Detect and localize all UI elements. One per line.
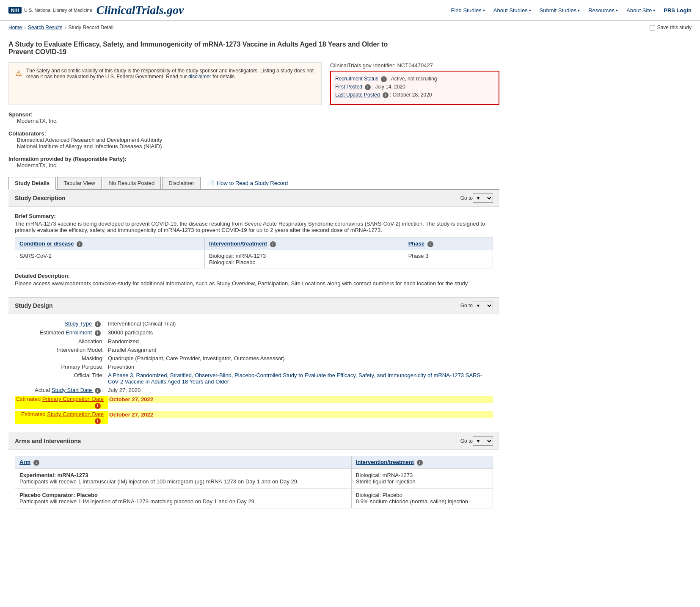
nav-about-site[interactable]: About Site ▾: [626, 7, 655, 14]
recruitment-status-link[interactable]: Recruitment Status i: [335, 76, 387, 82]
chevron-down-icon: ▾: [529, 8, 531, 13]
site-header: NIH U.S. National Library of Medicine Cl…: [0, 0, 700, 21]
enrollment-link[interactable]: Enrollment i: [66, 329, 101, 336]
status-panel: Recruitment Status i : Active, not recru…: [330, 71, 499, 105]
goto-select-3[interactable]: ▾: [473, 436, 493, 446]
design-label-start-date: Actual Study Start Date i :: [15, 387, 108, 394]
study-start-date-link[interactable]: Study Start Date i: [52, 387, 101, 393]
info-icon-intervention-2[interactable]: i: [417, 460, 423, 466]
nav-find-studies[interactable]: Find Studies ▾: [451, 7, 485, 14]
save-study-label: Save this study: [657, 25, 692, 30]
intervention-header-link[interactable]: Intervention/treatment: [356, 459, 414, 465]
info-icon-enrollment[interactable]: i: [95, 330, 101, 336]
study-completion-link[interactable]: Study Completion Date i: [47, 411, 104, 424]
nih-text: U.S. National Library of Medicine: [24, 8, 92, 13]
arm-col-header: Arm i: [15, 456, 352, 469]
collaborators-row: Collaborators: Biomedical Advanced Resea…: [8, 130, 499, 149]
info-provider-row: Information provided by (Responsible Par…: [8, 156, 499, 168]
breadcrumb-search-results[interactable]: Search Results: [28, 25, 62, 30]
info-icon-study-completion[interactable]: i: [95, 418, 101, 424]
tab-how-to-read[interactable]: 📄 How to Read a Study Record: [202, 177, 294, 189]
goto-label-2: Go to: [460, 303, 473, 309]
goto-label-3: Go to: [460, 438, 473, 444]
study-design-header: Study Design Go to ▾: [8, 297, 499, 314]
design-value-allocation: Randomized: [108, 338, 493, 345]
intervention-col-header-2: Intervention/treatment i: [351, 456, 493, 469]
arm-cell-2: Placebo Comparator: Placebo Participants…: [15, 488, 352, 508]
design-label-study-type: Study Type i :: [15, 320, 108, 327]
nav-resources[interactable]: Resources ▾: [588, 7, 618, 14]
info-icon-phase[interactable]: i: [427, 241, 433, 247]
tab-no-results-posted[interactable]: No Results Posted: [103, 177, 161, 189]
warning-text: The safety and scientific validity of th…: [26, 68, 315, 80]
header-branding: NIH U.S. National Library of Medicine Cl…: [8, 3, 184, 17]
breadcrumb-sep-1: ›: [24, 25, 26, 30]
tab-study-details[interactable]: Study Details: [8, 177, 56, 190]
arm-header-link[interactable]: Arm: [19, 459, 30, 465]
identifier-box: ClinicalTrials.gov Identifier: NCT044704…: [330, 62, 499, 105]
goto-study-description: Go to ▾: [460, 193, 493, 203]
design-value-masking: Quadruple (Participant, Care Provider, I…: [108, 355, 493, 361]
arm-cell-1: Experimental: mRNA-1273 Participants wil…: [15, 469, 352, 488]
design-row-primary-purpose: Primary Purpose: Prevention: [15, 364, 493, 370]
phase-link[interactable]: Phase: [408, 240, 424, 247]
condition-link[interactable]: Condition or disease: [19, 240, 74, 247]
design-row-intervention-model: Intervention Model: Parallel Assignment: [15, 347, 493, 353]
info-value: ModernaTX, Inc.: [8, 162, 499, 168]
chevron-down-icon: ▾: [653, 8, 655, 13]
condition-cell: SARS-CoV-2: [15, 250, 205, 268]
info-icon-3[interactable]: i: [383, 92, 389, 98]
design-row-official-title: Official Title: A Phase 3, Randomized, S…: [15, 372, 493, 385]
design-value-study-type: Interventional (Clinical Trial): [108, 320, 493, 327]
design-value-start-date: July 27, 2020: [108, 387, 493, 393]
info-icon-2[interactable]: i: [365, 84, 371, 90]
study-description-header: Study Description Go to ▾: [8, 190, 499, 207]
goto-select-1[interactable]: ▾: [473, 193, 493, 203]
goto-arms: Go to ▾: [460, 436, 493, 446]
phase-cell: Phase 3: [404, 250, 493, 268]
identifier-header: ClinicalTrials.gov Identifier: NCT044704…: [330, 62, 499, 69]
last-update-value: : October 28, 2020: [390, 92, 432, 98]
study-design-title: Study Design: [15, 302, 52, 309]
info-label: Information provided by (Responsible Par…: [8, 156, 127, 162]
breadcrumb-home[interactable]: Home: [8, 25, 22, 30]
info-icon-condition[interactable]: i: [77, 241, 83, 247]
intervention-cell: Biological: mRNA-1273 Biological: Placeb…: [204, 250, 404, 268]
design-value-enrollment: 30000 participants: [108, 329, 493, 336]
arm-row-2: Placebo Comparator: Placebo Participants…: [15, 488, 493, 508]
nav-prs-login[interactable]: PRS Login: [664, 7, 692, 14]
arms-content: Arm i Intervention/treatment i Experimen…: [8, 454, 499, 515]
design-label-intervention-model: Intervention Model:: [15, 347, 108, 353]
primary-completion-link[interactable]: Primary Completion Date i: [42, 396, 104, 408]
info-icon-arm[interactable]: i: [33, 460, 39, 466]
save-study-checkbox[interactable]: [650, 25, 655, 30]
arms-table: Arm i Intervention/treatment i Experimen…: [15, 456, 493, 508]
info-icon-intervention[interactable]: i: [270, 241, 276, 247]
intervention-link[interactable]: Intervention/treatment: [209, 240, 267, 247]
design-row-study-completion: Estimated Study Completion Date i : Octo…: [15, 411, 493, 424]
disclaimer-link[interactable]: disclaimer: [188, 74, 211, 80]
info-icon-start-date[interactable]: i: [95, 388, 101, 394]
nav-about-studies[interactable]: About Studies ▾: [493, 7, 531, 14]
design-label-primary-completion: Estimated Primary Completion Date i :: [15, 396, 108, 409]
goto-select-2[interactable]: ▾: [473, 301, 493, 310]
design-value-study-completion: October 27, 2022: [108, 411, 493, 418]
intervention-cell-2: Biological: Placebo 0.9% sodium chloride…: [351, 488, 493, 508]
site-title[interactable]: ClinicalTrials.gov: [96, 3, 184, 17]
arms-interventions-title: Arms and Interventions: [15, 438, 81, 444]
info-icon-primary-completion[interactable]: i: [95, 403, 101, 409]
tab-tabular-view[interactable]: Tabular View: [57, 177, 101, 189]
arm-title-2: Placebo Comparator: Placebo: [19, 492, 347, 498]
intervention-desc-2: 0.9% sodium chloride (normal saline) inj…: [356, 498, 488, 505]
tab-disclaimer[interactable]: Disclaimer: [162, 177, 201, 189]
nav-submit-studies[interactable]: Submit Studies ▾: [540, 7, 580, 14]
info-icon[interactable]: i: [381, 76, 387, 82]
first-posted-link[interactable]: First Posted i: [335, 84, 371, 90]
nih-logo: NIH U.S. National Library of Medicine: [8, 7, 92, 14]
last-update-link[interactable]: Last Update Posted i: [335, 92, 389, 98]
arms-interventions-header: Arms and Interventions Go to ▾: [8, 433, 499, 450]
study-title: A Study to Evaluate Efficacy, Safety, an…: [8, 41, 389, 56]
design-value-primary-completion: October 27, 2022: [108, 396, 493, 403]
info-icon-study-type[interactable]: i: [95, 321, 101, 327]
study-type-link[interactable]: Study Type i: [64, 320, 100, 327]
